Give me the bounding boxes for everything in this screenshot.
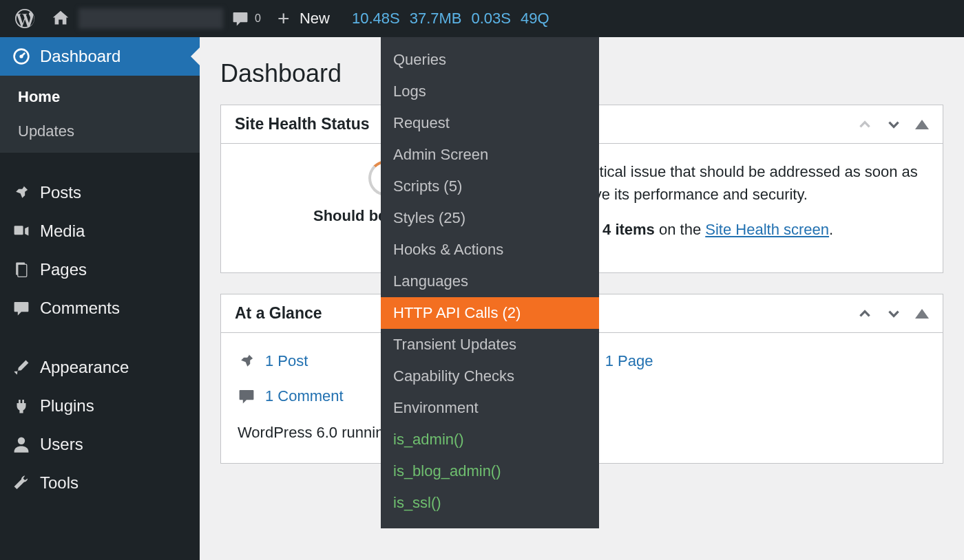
admin-toolbar: 0 + New 10.48S 37.7MB 0.03S 49Q bbox=[0, 0, 964, 37]
sidebar-item-media[interactable]: Media bbox=[0, 212, 200, 250]
qm-menu-item[interactable]: Capability Checks bbox=[381, 360, 599, 392]
sidebar-label: Plugins bbox=[40, 396, 94, 416]
comment-count: 0 bbox=[255, 12, 261, 25]
sidebar-label: Users bbox=[40, 435, 83, 454]
comment-icon bbox=[231, 10, 249, 28]
new-content-menu[interactable]: + New bbox=[269, 0, 338, 37]
site-home-link[interactable] bbox=[43, 0, 78, 37]
qm-menu-item[interactable]: is_admin() bbox=[381, 424, 599, 455]
sidebar-label: Posts bbox=[40, 183, 81, 202]
site-health-link[interactable]: Site Health screen bbox=[705, 221, 829, 238]
collapse-toggle-icon[interactable] bbox=[915, 120, 929, 129]
submenu-home[interactable]: Home bbox=[0, 80, 200, 114]
user-icon bbox=[12, 435, 30, 453]
qm-menu-item[interactable]: Hooks & Actions bbox=[381, 234, 599, 266]
chevron-up-icon[interactable] bbox=[857, 306, 872, 321]
glance-comments-link[interactable]: 1 Comment bbox=[238, 385, 344, 407]
sidebar-item-plugins[interactable]: Plugins bbox=[0, 387, 200, 425]
brush-icon bbox=[12, 358, 30, 376]
qm-menu-item[interactable]: Environment bbox=[381, 392, 599, 424]
svg-rect-2 bbox=[14, 226, 23, 235]
glance-posts-link[interactable]: 1 Post bbox=[238, 349, 344, 372]
svg-point-5 bbox=[18, 438, 25, 444]
sidebar-item-tools[interactable]: Tools bbox=[0, 464, 200, 502]
dashboard-icon bbox=[12, 47, 30, 65]
qm-menu-item[interactable]: Styles (25) bbox=[381, 202, 599, 234]
query-monitor-stats[interactable]: 10.48S 37.7MB 0.03S 49Q bbox=[338, 10, 549, 28]
sidebar-item-pages[interactable]: Pages bbox=[0, 250, 200, 289]
qm-menu-item[interactable]: Transient Updates bbox=[381, 329, 599, 360]
home-icon bbox=[51, 9, 70, 28]
new-label: New bbox=[300, 10, 330, 28]
wp-logo-menu[interactable] bbox=[7, 0, 43, 37]
pushpin-icon bbox=[238, 352, 255, 370]
sidebar-label: Comments bbox=[40, 299, 120, 318]
sidebar-label: Pages bbox=[40, 260, 87, 279]
dashboard-submenu: Home Updates bbox=[0, 76, 200, 153]
site-name-redacted bbox=[78, 8, 223, 29]
media-icon bbox=[12, 222, 30, 240]
admin-sidebar: Dashboard Home Updates Posts Media Pages… bbox=[0, 37, 200, 560]
collapse-toggle-icon[interactable] bbox=[915, 309, 929, 319]
pushpin-icon bbox=[12, 184, 30, 202]
submenu-updates[interactable]: Updates bbox=[0, 114, 200, 149]
qm-time[interactable]: 10.48S bbox=[352, 10, 400, 28]
query-monitor-dropdown: QueriesLogsRequestAdmin ScreenScripts (5… bbox=[381, 37, 599, 528]
qm-menu-item[interactable]: Languages bbox=[381, 266, 599, 297]
sidebar-item-users[interactable]: Users bbox=[0, 425, 200, 464]
qm-db-time[interactable]: 0.03S bbox=[471, 10, 511, 28]
sidebar-label: Dashboard bbox=[40, 47, 120, 66]
plug-icon bbox=[12, 397, 30, 415]
sidebar-item-dashboard[interactable]: Dashboard bbox=[0, 37, 200, 76]
sidebar-label: Tools bbox=[40, 473, 78, 493]
panel-title: Site Health Status bbox=[235, 115, 370, 133]
chevron-down-icon[interactable] bbox=[886, 117, 901, 132]
wordpress-logo-icon bbox=[15, 9, 34, 28]
sidebar-label: Media bbox=[40, 222, 85, 241]
chevron-down-icon[interactable] bbox=[886, 306, 901, 321]
sidebar-item-comments[interactable]: Comments bbox=[0, 289, 200, 327]
plus-icon: + bbox=[277, 10, 294, 27]
svg-point-1 bbox=[19, 54, 23, 58]
qm-menu-item[interactable]: Request bbox=[381, 107, 599, 139]
wrench-icon bbox=[12, 474, 30, 492]
sidebar-label: Appearance bbox=[40, 358, 129, 377]
panel-title: At a Glance bbox=[235, 304, 322, 323]
qm-menu-item[interactable]: Admin Screen bbox=[381, 139, 599, 171]
pages-icon bbox=[12, 261, 30, 279]
comments-bubble[interactable]: 0 bbox=[223, 0, 269, 37]
qm-menu-item[interactable]: Logs bbox=[381, 76, 599, 107]
qm-menu-item[interactable]: Scripts (5) bbox=[381, 171, 599, 202]
sidebar-item-posts[interactable]: Posts bbox=[0, 173, 200, 212]
sidebar-item-appearance[interactable]: Appearance bbox=[0, 348, 200, 387]
qm-queries[interactable]: 49Q bbox=[521, 10, 549, 28]
qm-menu-item[interactable]: Queries bbox=[381, 44, 599, 76]
chevron-up-icon[interactable] bbox=[857, 117, 872, 132]
qm-menu-item[interactable]: is_blog_admin() bbox=[381, 455, 599, 487]
qm-menu-item[interactable]: HTTP API Calls (2) bbox=[381, 297, 599, 329]
comment-icon bbox=[12, 299, 30, 317]
qm-menu-item[interactable]: is_ssl() bbox=[381, 487, 599, 519]
comment-icon bbox=[238, 387, 255, 405]
qm-memory[interactable]: 37.7MB bbox=[410, 10, 462, 28]
svg-rect-4 bbox=[18, 264, 27, 277]
